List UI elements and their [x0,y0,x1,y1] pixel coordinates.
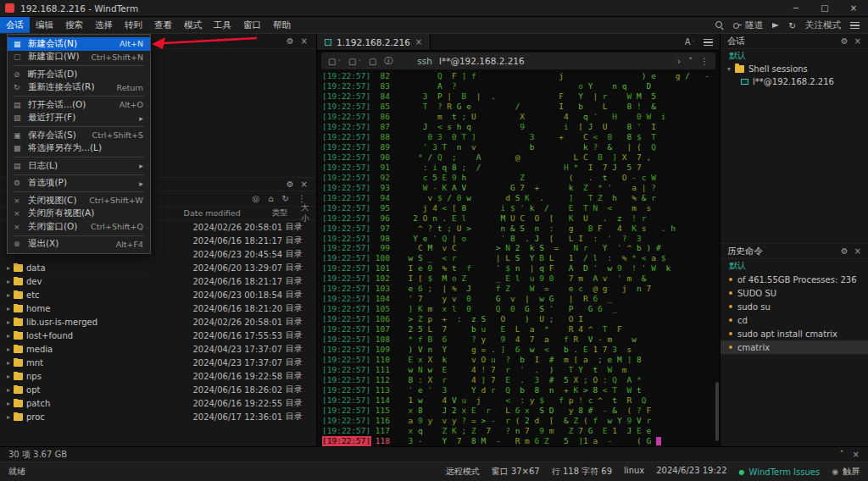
menu-item[interactable]: ▩将选择另存为...(L) [8,142,150,156]
menubar-item-2[interactable]: 编辑 [30,17,59,33]
history-item[interactable]: sudo apt install cmatrix [721,327,868,340]
statusbar-item-5[interactable]: 2024/6/23 19:22 [656,466,726,478]
file-row[interactable]: ▸patch2024/06/16 19:22:55目录 [0,396,316,410]
tab-close-icon[interactable]: × [415,37,422,47]
statusbar-item-3[interactable]: 行 118 字符 69 [552,466,612,478]
file-row[interactable]: ▸lost+found2024/06/16 17:55:53目录 [0,329,316,342]
gear-icon[interactable]: ⚙ [287,180,294,189]
history-item[interactable]: sudo su [721,300,868,313]
hamburger-menu-icon[interactable] [850,22,860,29]
target-icon[interactable]: ◎ [253,195,260,203]
menu-item[interactable]: ×关闭窗口(O)Ctrl+Shift+Q [8,220,150,234]
menu-item[interactable]: ↻重新连接会话(R)Return [8,81,150,95]
menubar-item-7[interactable]: 模式 [178,17,208,33]
file-row[interactable]: ▸etc2024/06/23 00:18:54目录 [0,288,316,301]
expand-caret-icon[interactable]: ▸ [7,386,10,394]
menubar-item-6[interactable]: 查看 [148,17,178,33]
close-panel-icon[interactable]: × [301,37,308,46]
close-panel-icon[interactable]: × [854,247,861,256]
touch-mode-button[interactable]: ◉ 触屏 [832,466,860,478]
statusbar-item-2[interactable]: 窗口 37×67 [492,466,540,478]
expand-caret-icon[interactable]: ▸ [7,413,10,421]
gear-icon[interactable]: ⚙ [287,37,294,46]
font-size-button[interactable]: A˅ [685,37,695,47]
column-type[interactable]: 类型 [272,207,301,218]
menu-item[interactable]: ⊗退出(X)Alt+F4 [8,238,150,252]
more-icon[interactable]: ⋮ [700,57,709,66]
history-item[interactable]: cd [721,313,868,327]
menu-item[interactable]: ▦新建会话(N)Alt+N [8,37,150,51]
refresh-icon[interactable]: ↻ [282,195,289,203]
tree-item-session[interactable]: l**@192.168.2.216 [721,75,868,88]
statusbar-item-1[interactable]: 远程模式 [446,466,480,478]
search-icon[interactable] [715,20,724,30]
chevron-right-icon[interactable]: › [677,57,681,66]
menubar-item-4[interactable]: 选择 [89,17,119,33]
expand-caret-icon[interactable]: ▸ [7,332,10,340]
collapse-icon[interactable]: ˄ [840,451,844,459]
menu-item[interactable]: ▣保存会话(S)Ctrl+Shift+S [8,129,150,142]
menubar-item-9[interactable]: 窗口 [237,17,267,33]
sync-icon[interactable]: ↻ [788,20,796,30]
file-row[interactable]: ▸proc2024/06/17 12:36:01目录 [0,410,316,423]
info-icon[interactable]: ⓘ [384,55,392,67]
history-item[interactable]: of 461.55GB Processes: 236 [721,273,868,286]
history-filter[interactable]: 默认 [721,259,868,273]
menu-item[interactable]: ×关闭所有视图(A) [8,207,150,221]
tunnel-button[interactable]: 隧道 [733,19,763,31]
home-icon[interactable]: ⌂ [268,195,273,203]
menu-item[interactable]: ×关闭视图(C)Ctrl+Shift+W [8,194,150,207]
expand-caret-icon[interactable]: ▸ [7,318,10,326]
chevron-down-icon[interactable]: ˅ [688,57,693,66]
maximize-button[interactable]: □ [810,0,839,16]
expand-caret-icon[interactable]: ▸ [7,291,10,299]
expand-caret-icon[interactable]: ▸ [7,359,10,367]
menubar-item-5[interactable]: 转到 [119,17,148,33]
menubar-item-1[interactable]: 会话 [0,17,30,33]
expand-caret-icon[interactable]: ▸ [7,373,10,380]
terminal-content[interactable]: [19:22:57]82 Q F ] f j ) e g / -[19:22:5… [322,71,715,446]
close-button[interactable]: × [839,0,868,16]
menu-item[interactable]: ▤日志(L)▸ [8,159,150,173]
expand-caret-icon[interactable]: ▸ [7,400,10,407]
expand-caret-icon[interactable]: ▸ [7,305,10,312]
gear-icon[interactable]: ⚙ [841,37,849,46]
menu-item[interactable]: ▧最近打开(F)▸ [8,112,150,125]
menu-item[interactable]: ⚙首选项(P)▸ [8,177,150,191]
menu-item[interactable]: ▢新建窗口(W)Ctrl+Shift+N [8,51,150,64]
focus-mode-button[interactable]: 关注模式 [805,19,841,31]
close-panel-icon[interactable]: × [853,451,860,459]
windterm-issues-link[interactable]: ● WindTerm Issues [739,467,821,477]
file-row[interactable]: ▸home2024/06/16 18:21:20目录 [0,301,316,315]
file-row[interactable]: ▸lib.usr-is-merged2024/02/26 20:58:01目录 [0,315,316,329]
tree-item-shell-sessions[interactable]: ▾ Shell sessions [721,63,868,75]
ssh-address[interactable]: l**@192.168.2.216 [439,56,525,66]
menubar-item-3[interactable]: 搜索 [59,17,89,33]
statusbar-item-4[interactable]: linux [624,466,644,478]
minimize-button[interactable]: ─ [782,0,810,16]
gear-icon[interactable]: ⚙ [841,247,849,256]
terminal-scrollbar[interactable] [715,382,719,441]
new-pane-icon[interactable]: ▢˅ [328,57,341,66]
menubar-item-8[interactable]: 工具 [208,17,237,33]
split-pane-icon[interactable]: ▢˅ [348,57,361,66]
expand-caret-icon[interactable]: ▸ [7,264,10,272]
file-row[interactable]: ▸mnt2024/04/23 17:37:07目录 [0,356,316,369]
history-item[interactable]: SUDO SU [721,286,868,300]
pane-icon[interactable]: ▢ [369,57,376,66]
expand-caret-icon[interactable]: ▾ [727,65,731,73]
file-row[interactable]: ▸data2024/06/20 13:29:07目录 [0,261,316,274]
close-panel-icon[interactable]: × [301,180,308,189]
send-icon[interactable] [772,23,779,28]
file-row[interactable]: ▸nps2024/06/16 19:22:58目录 [0,369,316,383]
close-panel-icon[interactable]: × [854,37,861,46]
menu-item[interactable]: ▤打开会话...(O)Alt+O [8,98,150,112]
sessions-filter[interactable]: 默认 [721,49,868,63]
column-date-modified[interactable]: Date modified [184,208,272,218]
expand-caret-icon[interactable]: ▸ [7,278,10,285]
file-row[interactable]: ▸dev2024/06/16 18:21:17目录 [0,274,316,288]
history-item[interactable]: cmatrix [721,340,868,354]
file-row[interactable]: ▸media2024/04/23 17:37:07目录 [0,342,316,356]
terminal-tab[interactable]: 1.192.168.2.216 × [317,34,431,50]
expand-caret-icon[interactable]: ▸ [7,346,10,353]
